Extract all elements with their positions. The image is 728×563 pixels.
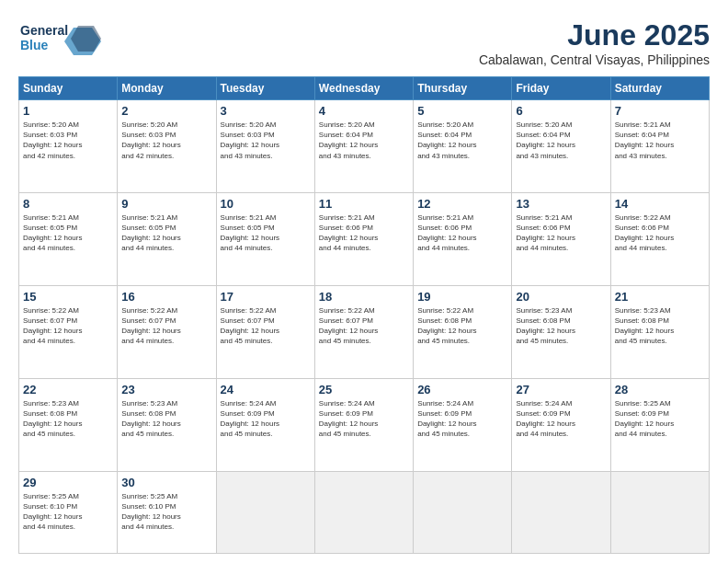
day-info: Sunrise: 5:21 AM Sunset: 6:05 PM Dayligh… <box>23 213 113 254</box>
day-info: Sunrise: 5:20 AM Sunset: 6:04 PM Dayligh… <box>417 120 507 161</box>
day-number: 21 <box>615 290 705 304</box>
day-number: 1 <box>23 104 113 118</box>
table-cell <box>216 471 314 553</box>
table-cell <box>610 471 709 553</box>
table-cell <box>314 471 413 553</box>
calendar-subtitle: Cabalawan, Central Visayas, Philippines <box>479 52 710 67</box>
table-cell: 11Sunrise: 5:21 AM Sunset: 6:06 PM Dayli… <box>314 192 413 285</box>
day-number: 28 <box>615 383 705 396</box>
day-info: Sunrise: 5:22 AM Sunset: 6:07 PM Dayligh… <box>221 305 311 347</box>
table-cell: 23Sunrise: 5:23 AM Sunset: 6:08 PM Dayli… <box>118 378 216 471</box>
table-cell: 12Sunrise: 5:21 AM Sunset: 6:06 PM Dayli… <box>414 192 512 285</box>
table-cell: 2Sunrise: 5:20 AM Sunset: 6:03 PM Daylig… <box>118 100 216 193</box>
day-info: Sunrise: 5:21 AM Sunset: 6:05 PM Dayligh… <box>121 213 211 254</box>
day-info: Sunrise: 5:20 AM Sunset: 6:04 PM Dayligh… <box>516 120 606 161</box>
day-number: 14 <box>615 197 705 211</box>
day-info: Sunrise: 5:23 AM Sunset: 6:08 PM Dayligh… <box>121 398 211 440</box>
day-info: Sunrise: 5:24 AM Sunset: 6:09 PM Dayligh… <box>319 398 409 440</box>
table-cell: 15Sunrise: 5:22 AM Sunset: 6:07 PM Dayli… <box>19 285 118 378</box>
day-info: Sunrise: 5:24 AM Sunset: 6:09 PM Dayligh… <box>417 398 507 440</box>
header-friday: Friday <box>512 77 610 100</box>
day-number: 30 <box>121 476 211 489</box>
day-number: 29 <box>23 476 113 489</box>
day-info: Sunrise: 5:23 AM Sunset: 6:08 PM Dayligh… <box>23 398 113 440</box>
day-info: Sunrise: 5:20 AM Sunset: 6:03 PM Dayligh… <box>221 120 311 161</box>
day-number: 4 <box>319 104 409 118</box>
day-info: Sunrise: 5:21 AM Sunset: 6:06 PM Dayligh… <box>417 213 507 254</box>
table-cell: 17Sunrise: 5:22 AM Sunset: 6:07 PM Dayli… <box>216 285 314 378</box>
day-number: 10 <box>221 197 311 211</box>
table-cell: 25Sunrise: 5:24 AM Sunset: 6:09 PM Dayli… <box>314 378 413 471</box>
header-thursday: Thursday <box>414 77 512 100</box>
header-tuesday: Tuesday <box>216 77 314 100</box>
table-cell: 24Sunrise: 5:24 AM Sunset: 6:09 PM Dayli… <box>216 378 314 471</box>
table-cell: 22Sunrise: 5:23 AM Sunset: 6:08 PM Dayli… <box>19 378 118 471</box>
calendar-table: Sunday Monday Tuesday Wednesday Thursday… <box>18 76 710 554</box>
title-block: June 2025 Cabalawan, Central Visayas, Ph… <box>479 18 710 67</box>
day-number: 15 <box>23 290 113 304</box>
day-info: Sunrise: 5:23 AM Sunset: 6:08 PM Dayligh… <box>615 305 705 347</box>
day-number: 22 <box>23 383 113 396</box>
page: General Blue June 2025 Cabalawan, Centra… <box>0 0 728 563</box>
day-info: Sunrise: 5:20 AM Sunset: 6:03 PM Dayligh… <box>121 120 211 161</box>
day-number: 16 <box>121 290 211 304</box>
day-info: Sunrise: 5:22 AM Sunset: 6:07 PM Dayligh… <box>23 305 113 347</box>
table-cell: 26Sunrise: 5:24 AM Sunset: 6:09 PM Dayli… <box>414 378 512 471</box>
day-number: 20 <box>516 290 606 304</box>
table-cell: 13Sunrise: 5:21 AM Sunset: 6:06 PM Dayli… <box>512 192 610 285</box>
day-number: 24 <box>221 383 311 396</box>
table-cell: 16Sunrise: 5:22 AM Sunset: 6:07 PM Dayli… <box>118 285 216 378</box>
table-cell: 8Sunrise: 5:21 AM Sunset: 6:05 PM Daylig… <box>19 192 118 285</box>
day-number: 27 <box>516 383 606 396</box>
table-cell: 4Sunrise: 5:20 AM Sunset: 6:04 PM Daylig… <box>314 100 413 193</box>
table-cell: 18Sunrise: 5:22 AM Sunset: 6:07 PM Dayli… <box>314 285 413 378</box>
day-info: Sunrise: 5:22 AM Sunset: 6:06 PM Dayligh… <box>615 213 705 254</box>
header-monday: Monday <box>118 77 216 100</box>
day-number: 7 <box>615 104 705 118</box>
day-number: 17 <box>221 290 311 304</box>
day-info: Sunrise: 5:20 AM Sunset: 6:04 PM Dayligh… <box>319 120 409 161</box>
day-number: 11 <box>319 197 409 211</box>
svg-text:General: General <box>20 23 68 38</box>
table-cell: 29Sunrise: 5:25 AM Sunset: 6:10 PM Dayli… <box>19 471 118 553</box>
table-cell: 28Sunrise: 5:25 AM Sunset: 6:09 PM Dayli… <box>610 378 709 471</box>
header-row: Sunday Monday Tuesday Wednesday Thursday… <box>19 77 710 100</box>
table-cell: 30Sunrise: 5:25 AM Sunset: 6:10 PM Dayli… <box>118 471 216 553</box>
day-info: Sunrise: 5:24 AM Sunset: 6:09 PM Dayligh… <box>221 398 311 440</box>
table-cell: 1Sunrise: 5:20 AM Sunset: 6:03 PM Daylig… <box>19 100 118 193</box>
day-info: Sunrise: 5:22 AM Sunset: 6:08 PM Dayligh… <box>417 305 507 347</box>
header-wednesday: Wednesday <box>314 77 413 100</box>
table-cell <box>512 471 610 553</box>
table-cell: 10Sunrise: 5:21 AM Sunset: 6:05 PM Dayli… <box>216 192 314 285</box>
table-cell: 20Sunrise: 5:23 AM Sunset: 6:08 PM Dayli… <box>512 285 610 378</box>
day-number: 9 <box>121 197 211 211</box>
day-number: 2 <box>121 104 211 118</box>
day-number: 5 <box>417 104 507 118</box>
day-number: 3 <box>221 104 311 118</box>
day-number: 13 <box>516 197 606 211</box>
table-cell <box>414 471 512 553</box>
table-cell: 19Sunrise: 5:22 AM Sunset: 6:08 PM Dayli… <box>414 285 512 378</box>
table-cell: 21Sunrise: 5:23 AM Sunset: 6:08 PM Dayli… <box>610 285 709 378</box>
table-cell: 27Sunrise: 5:24 AM Sunset: 6:09 PM Dayli… <box>512 378 610 471</box>
header-saturday: Saturday <box>610 77 709 100</box>
svg-text:Blue: Blue <box>20 38 49 52</box>
day-info: Sunrise: 5:25 AM Sunset: 6:10 PM Dayligh… <box>121 491 211 533</box>
table-cell: 14Sunrise: 5:22 AM Sunset: 6:06 PM Dayli… <box>610 192 709 285</box>
day-info: Sunrise: 5:21 AM Sunset: 6:06 PM Dayligh… <box>319 213 409 254</box>
table-cell: 6Sunrise: 5:20 AM Sunset: 6:04 PM Daylig… <box>512 100 610 193</box>
day-info: Sunrise: 5:25 AM Sunset: 6:09 PM Dayligh… <box>615 398 705 440</box>
day-number: 18 <box>319 290 409 304</box>
day-info: Sunrise: 5:23 AM Sunset: 6:08 PM Dayligh… <box>516 305 606 347</box>
day-number: 19 <box>417 290 507 304</box>
day-number: 26 <box>417 383 507 396</box>
day-number: 6 <box>516 104 606 118</box>
header-sunday: Sunday <box>19 77 118 100</box>
day-number: 12 <box>417 197 507 211</box>
day-info: Sunrise: 5:21 AM Sunset: 6:04 PM Dayligh… <box>615 120 705 161</box>
calendar-title: June 2025 <box>479 18 710 52</box>
day-info: Sunrise: 5:20 AM Sunset: 6:03 PM Dayligh… <box>23 120 113 161</box>
table-cell: 5Sunrise: 5:20 AM Sunset: 6:04 PM Daylig… <box>414 100 512 193</box>
logo-icon: General Blue <box>18 18 101 57</box>
day-info: Sunrise: 5:22 AM Sunset: 6:07 PM Dayligh… <box>319 305 409 347</box>
